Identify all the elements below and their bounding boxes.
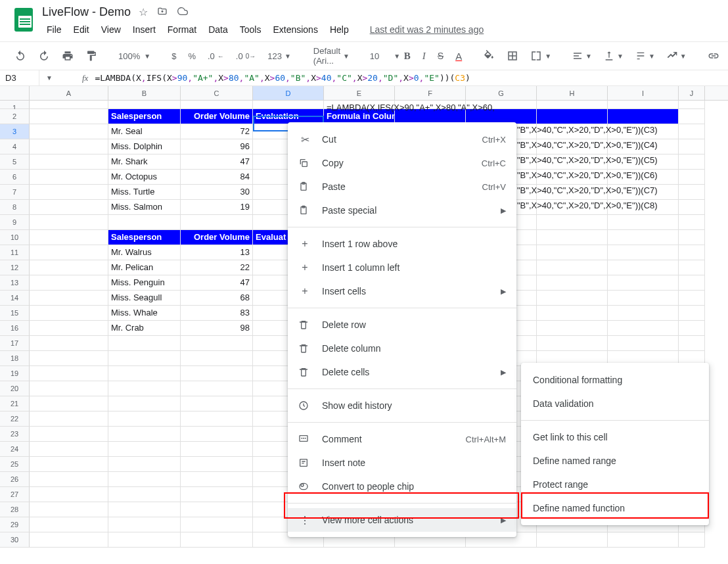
font-dropdown[interactable]: Default (Ari... ▼ — [308, 45, 354, 67]
cell[interactable]: Miss. Whale — [108, 306, 181, 321]
sub-named-range[interactable]: Define named range — [521, 449, 709, 473]
spreadsheet-grid[interactable]: ABCDEFGHIJ 12SalespersonOrder VolumeEval… — [0, 86, 728, 548]
cell[interactable] — [30, 517, 108, 532]
cell[interactable] — [108, 502, 181, 517]
cell[interactable] — [108, 442, 181, 457]
row-header[interactable]: 4 — [0, 139, 30, 154]
row-header[interactable]: 23 — [0, 427, 30, 442]
cell[interactable] — [30, 275, 108, 291]
cell[interactable]: Miss. Dolphin — [108, 139, 181, 154]
cell[interactable]: 13 — [181, 245, 253, 260]
increase-decimal-button[interactable]: .00→ — [232, 49, 260, 64]
menu-tools[interactable]: Tools — [235, 22, 266, 37]
star-icon[interactable]: ☆ — [139, 6, 148, 18]
cell[interactable]: Salesperson — [108, 230, 181, 245]
cell[interactable] — [181, 351, 253, 366]
cell[interactable] — [108, 457, 181, 472]
cell[interactable] — [108, 101, 181, 109]
cell[interactable]: 83 — [181, 306, 253, 321]
cell[interactable]: Mr. Octopus — [108, 170, 181, 185]
row-header[interactable]: 7 — [0, 185, 30, 200]
cell[interactable] — [30, 381, 108, 396]
cell[interactable]: 84 — [181, 170, 253, 185]
cell[interactable] — [30, 502, 108, 517]
cell[interactable] — [679, 245, 705, 260]
cell[interactable] — [537, 260, 608, 275]
cell[interactable] — [30, 427, 108, 442]
decrease-decimal-button[interactable]: .0← — [204, 49, 228, 64]
name-box-dropdown-icon[interactable]: ▼ — [39, 74, 59, 82]
col-header-G[interactable]: G — [466, 86, 537, 100]
ctx-comment[interactable]: Comment Ctrl+Alt+M — [288, 427, 516, 451]
ctx-insert-row[interactable]: + Insert 1 row above — [288, 232, 516, 256]
cell[interactable]: 30 — [181, 185, 253, 200]
cell[interactable] — [181, 457, 253, 472]
cell[interactable] — [108, 336, 181, 351]
zoom-dropdown[interactable]: 100% ▼ — [114, 49, 154, 64]
cell[interactable] — [30, 321, 108, 336]
cell[interactable] — [30, 366, 108, 381]
cell[interactable] — [608, 336, 679, 351]
cell[interactable]: 96 — [181, 139, 253, 154]
cell[interactable] — [537, 109, 608, 124]
row-header[interactable]: 16 — [0, 321, 30, 336]
cell[interactable] — [30, 487, 108, 502]
cell[interactable] — [679, 200, 705, 215]
row-header[interactable]: 24 — [0, 442, 30, 457]
ctx-copy[interactable]: Copy Ctrl+C — [288, 151, 516, 175]
cell[interactable] — [108, 411, 181, 427]
formula-input[interactable]: =LAMBDA(X,IFS(X>90,"A+",X>80,"A",X>60,"B… — [95, 73, 470, 83]
row-header[interactable]: 20 — [0, 381, 30, 396]
cell[interactable]: Order Volume — [181, 230, 253, 245]
cell[interactable] — [108, 381, 181, 396]
col-header-E[interactable]: E — [324, 86, 395, 100]
bold-button[interactable]: B — [400, 48, 415, 64]
cell[interactable] — [608, 306, 679, 321]
sub-conditional-formatting[interactable]: Conditional formatting — [521, 368, 709, 392]
row-header[interactable]: 19 — [0, 366, 30, 381]
cell[interactable] — [108, 215, 181, 230]
row-header[interactable]: 25 — [0, 457, 30, 472]
cell[interactable] — [679, 260, 705, 275]
cell[interactable] — [108, 427, 181, 442]
cell[interactable] — [30, 532, 108, 548]
row-header[interactable]: 17 — [0, 336, 30, 351]
cell[interactable] — [181, 442, 253, 457]
menu-edit[interactable]: Edit — [69, 22, 94, 37]
row-header[interactable]: 3 — [0, 124, 30, 139]
cell[interactable]: 47 — [181, 154, 253, 170]
cell[interactable]: Salesperson — [108, 109, 181, 124]
row-header[interactable]: 28 — [0, 502, 30, 517]
cell[interactable]: 47 — [181, 275, 253, 291]
cell[interactable] — [679, 109, 705, 124]
cell[interactable] — [537, 230, 608, 245]
row-header[interactable]: 9 — [0, 215, 30, 230]
cell[interactable] — [181, 487, 253, 502]
cell[interactable] — [608, 321, 679, 336]
cell[interactable] — [181, 381, 253, 396]
cell[interactable] — [30, 200, 108, 215]
cell[interactable]: Miss. Turtle — [108, 185, 181, 200]
cell[interactable] — [30, 185, 108, 200]
cell[interactable] — [30, 351, 108, 366]
ctx-history[interactable]: Show edit history — [288, 394, 516, 417]
row-header[interactable]: 12 — [0, 260, 30, 275]
row-header[interactable]: 13 — [0, 275, 30, 291]
col-header-A[interactable]: A — [30, 86, 108, 100]
ctx-delete-row[interactable]: Delete row — [288, 313, 516, 337]
cell[interactable] — [30, 457, 108, 472]
print-button[interactable] — [58, 47, 78, 64]
row-header[interactable]: 29 — [0, 517, 30, 532]
cell[interactable] — [181, 502, 253, 517]
cell[interactable] — [253, 101, 324, 109]
sub-data-validation[interactable]: Data validation — [521, 392, 709, 415]
cell[interactable] — [679, 154, 705, 170]
row-header[interactable]: 22 — [0, 411, 30, 427]
cell[interactable] — [30, 170, 108, 185]
menu-extensions[interactable]: Extensions — [268, 22, 322, 37]
cell[interactable] — [537, 321, 608, 336]
link-button[interactable] — [704, 47, 723, 64]
menu-file[interactable]: File — [42, 22, 66, 37]
cell[interactable] — [108, 487, 181, 502]
ctx-insert-col[interactable]: + Insert 1 column left — [288, 256, 516, 279]
